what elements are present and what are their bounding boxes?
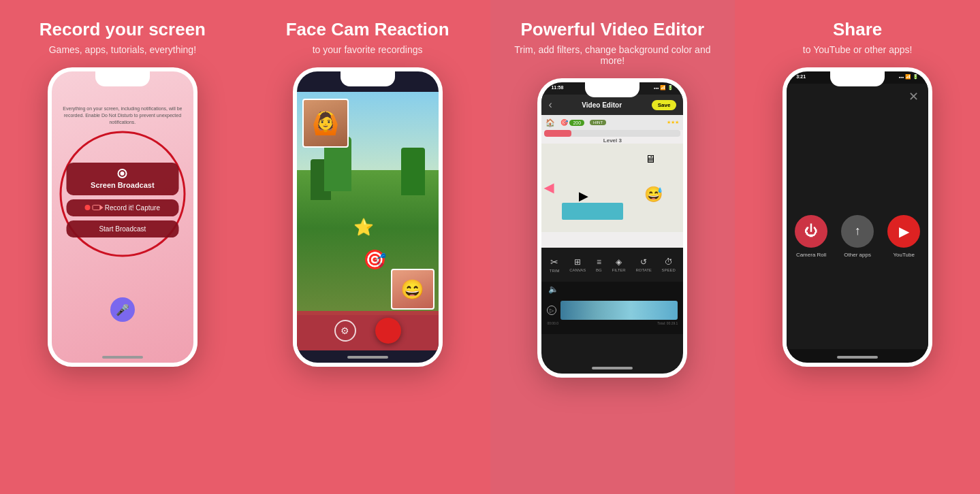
signal-icon-4: ▪▪▪: [899, 75, 904, 80]
target-icon: 🎯: [560, 119, 568, 126]
signal-icon: ▪▪▪: [654, 86, 659, 90]
save-button[interactable]: Save: [652, 100, 677, 110]
share-header: ✕: [787, 84, 928, 110]
panel-2-subtitle: to your favorite recordings: [313, 44, 423, 55]
volume-icon[interactable]: 🔈: [548, 284, 558, 294]
panel-1-title: Record your screen: [39, 19, 206, 40]
back-arrow-icon[interactable]: ‹: [548, 99, 552, 111]
save-label: Save: [658, 102, 671, 108]
phone-home-bar-2: [347, 356, 388, 359]
timeline-total-label: Total: 00:29.1: [657, 321, 678, 325]
youtube-icon: ▶: [899, 223, 909, 240]
computer-icon: 🖥: [645, 153, 656, 165]
bg-label: BG: [596, 268, 602, 272]
phone-notch-1: [95, 71, 150, 86]
rotate-label: ROTATE: [635, 268, 651, 272]
phone-home-bar-3: [592, 367, 633, 369]
timeline-track-row: ▷: [547, 301, 678, 320]
bg-tool[interactable]: ≡ BG: [596, 257, 602, 272]
status-icons-4: ▪▪▪ 📶 🔋: [899, 74, 919, 80]
game-character: 🎯: [363, 248, 387, 271]
youtube-label: YouTube: [893, 252, 914, 258]
record-capture-option[interactable]: Record it! Capture: [66, 199, 178, 216]
close-icon[interactable]: ✕: [908, 89, 919, 104]
platform-shape: [562, 203, 623, 220]
timeline-fill: [560, 301, 678, 320]
share-option-youtube[interactable]: ▶ YouTube: [887, 215, 920, 258]
other-apps-icon-circle: ↑: [841, 215, 874, 248]
filter-tool[interactable]: ◈ FILTER: [612, 257, 625, 272]
face-cam-overlay: 🙆: [302, 99, 349, 148]
record-capture-label: Record it! Capture: [105, 204, 160, 212]
settings-icon: ⚙: [341, 325, 349, 336]
mic-icon: 🎤: [116, 303, 129, 316]
panel-4-title: Share: [833, 19, 882, 40]
record-red-dot: [85, 205, 91, 210]
phone-home-bar-4: [837, 356, 878, 359]
face-cam-emoji: 🙆: [312, 110, 339, 136]
start-broadcast-option[interactable]: Start Broadcast: [66, 220, 178, 237]
phone-frame-2: 🎯 ⭐ 🙆 😄 ⚙: [293, 67, 443, 367]
status-time-3: 11:58: [551, 85, 563, 90]
panel-1-subtitle: Games, apps, tutorials, everything!: [49, 44, 196, 55]
stars-section: ★★★: [667, 120, 679, 125]
screen-broadcast-label: Screen Broadcast: [91, 181, 155, 189]
reaction-cam-overlay: 😄: [391, 269, 434, 310]
star-1: ★★★: [667, 120, 679, 125]
phone-4-inner: 3:21 ▪▪▪ 📶 🔋 ✕ ⏻: [787, 71, 928, 363]
canvas-label: CANVAS: [569, 268, 586, 272]
broadcast-dot-icon: [118, 169, 127, 178]
screen-broadcast-option[interactable]: Screen Broadcast: [66, 163, 178, 195]
progress-bar-fill: [544, 130, 571, 137]
share-content: ⏻ Camera Roll ↑ Other apps ▶: [787, 110, 928, 349]
start-broadcast-label: Start Broadcast: [99, 225, 146, 233]
phone-2-inner: 🎯 ⭐ 🙆 😄 ⚙: [297, 71, 439, 363]
rotate-tool[interactable]: ↺ ROTATE: [635, 257, 651, 272]
timeline-thumb-icon: ▷: [547, 306, 556, 315]
phone-home-bar-1: [102, 356, 143, 359]
explosion-effect: ⭐: [353, 218, 374, 237]
bg-icon: ≡: [597, 257, 601, 267]
editor-header: ‹ Video Editor Save: [541, 95, 683, 115]
panel-share: Share to YouTube or other apps! 3:21 ▪▪▪…: [735, 0, 980, 494]
trim-icon: ✂: [550, 257, 558, 267]
nav-left-arrow[interactable]: ◀: [544, 180, 554, 195]
status-bar-3: 11:58 ▪▪▪ 📶 🔋: [551, 85, 674, 90]
youtube-icon-circle: ▶: [887, 215, 920, 248]
speed-label: SPEED: [662, 268, 676, 272]
speed-tool[interactable]: ⏱ SPEED: [662, 257, 676, 272]
broadcast-dot-inner: [121, 171, 125, 176]
rotate-icon: ↺: [640, 257, 647, 267]
canvas-tool[interactable]: ⊞ CANVAS: [569, 257, 586, 272]
wifi-icon: 📶: [660, 85, 666, 90]
battery-icon-4: 🔋: [913, 74, 919, 80]
speed-icon: ⏱: [665, 257, 673, 267]
status-bar-4: 3:21 ▪▪▪ 📶 🔋: [796, 74, 919, 80]
volume-row: 🔈: [541, 282, 683, 297]
broadcast-menu: Screen Broadcast Record it! Capture Star…: [63, 163, 182, 237]
trim-label: TRIM: [550, 269, 560, 273]
record-button-large[interactable]: [375, 318, 401, 344]
trim-tool[interactable]: ✂ TRIM: [550, 257, 560, 273]
timeline-start-label: 00:00.0: [547, 321, 558, 325]
record-capture-icon: [85, 205, 101, 210]
panel-3-title: Powerful Video Editor: [521, 19, 705, 40]
status-icons-3: ▪▪▪ 📶 🔋: [654, 85, 674, 90]
play-character: ▶: [579, 188, 588, 203]
share-option-other[interactable]: ↑ Other apps: [841, 215, 874, 258]
share-option-camera[interactable]: ⏻ Camera Roll: [795, 215, 827, 258]
settings-button[interactable]: ⚙: [334, 320, 356, 342]
phone-frame-1: Everything on your screen, including not…: [48, 67, 197, 367]
other-apps-label: Other apps: [844, 252, 871, 258]
bottom-controls-bar: ⚙: [297, 311, 439, 350]
camera-roll-icon-circle: ⏻: [795, 215, 827, 248]
timeline-area: ▷ 00:00.0 Total: 00:29.1: [541, 297, 683, 334]
reaction-emoji: 😄: [400, 278, 424, 301]
phone-frame-4: 3:21 ▪▪▪ 📶 🔋 ✕ ⏻: [783, 67, 932, 367]
panel-face-cam: Face Cam Reaction to your favorite recor…: [245, 0, 490, 494]
timeline-track[interactable]: [560, 301, 678, 320]
wifi-icon-4: 📶: [905, 74, 911, 80]
game-emoji-char: 😅: [644, 186, 663, 203]
panel-2-title: Face Cam Reaction: [286, 19, 449, 40]
mic-button[interactable]: 🎤: [110, 297, 135, 322]
